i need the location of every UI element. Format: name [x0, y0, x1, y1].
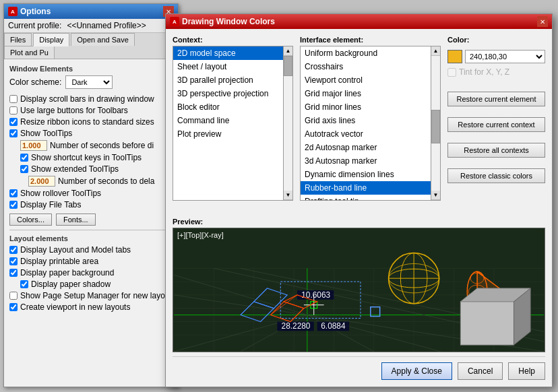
- tab-plot[interactable]: Plot and Pu: [4, 46, 55, 59]
- page-setup-checkbox[interactable]: [9, 292, 18, 300]
- create-viewport-row: Create viewport in new layouts: [9, 302, 173, 312]
- context-list[interactable]: 2D model space Sheet / layout 3D paralle…: [173, 46, 284, 201]
- seconds2-label: Number of seconds to dela: [58, 176, 154, 186]
- iface-grid-minor[interactable]: Grid minor lines: [301, 100, 431, 114]
- context-scrollbar[interactable]: ▲ ▼: [284, 46, 293, 201]
- iface-3d-autosnap[interactable]: 3d Autosnap marker: [301, 154, 431, 168]
- context-item-command[interactable]: Command line: [173, 114, 283, 127]
- iface-grid-major[interactable]: Grid major lines: [301, 87, 431, 100]
- layout-tabs-label: Display Layout and Model tabs: [20, 245, 131, 255]
- tint-checkbox-row: Tint for X, Y, Z: [447, 67, 545, 77]
- iface-rubber-band[interactable]: Rubber-band line: [301, 181, 431, 195]
- shortcut-keys-checkbox[interactable]: [20, 154, 28, 162]
- tab-display[interactable]: Display: [33, 33, 69, 46]
- context-scroll-track: [284, 56, 292, 191]
- large-buttons-label: Use large buttons for Toolbars: [20, 106, 128, 115]
- seconds2-input[interactable]: [28, 176, 55, 187]
- layout-tabs-checkbox[interactable]: [9, 246, 18, 254]
- preview-svg: 10.6063 28.2280 6.0884: [173, 228, 545, 352]
- context-column: Context: 2D model space Sheet / layout 3…: [173, 36, 293, 212]
- large-buttons-checkbox-row: Use large buttons for Toolbars: [9, 106, 173, 115]
- context-item-2d[interactable]: 2D model space: [173, 46, 283, 60]
- color-label: Color:: [447, 36, 545, 44]
- interface-scrollbar[interactable]: ▲ ▼: [431, 46, 441, 201]
- printable-area-row: Display printable area: [9, 257, 173, 266]
- restore-all-contexts-button[interactable]: Restore all contexts: [447, 143, 545, 158]
- color-scheme-dropdown[interactable]: Dark Light: [65, 75, 113, 89]
- svg-text:6.0884: 6.0884: [321, 321, 346, 331]
- colors-fonts-row: Colors... Fonts...: [9, 214, 173, 226]
- color-column: Color: 240,180,30 Tint for X, Y, Z Resto…: [447, 36, 545, 212]
- seconds1-input[interactable]: [20, 140, 47, 151]
- seconds2-row: Number of seconds to dela: [28, 176, 173, 187]
- scroll-bars-label: Display scroll bars in drawing window: [20, 94, 154, 104]
- paper-shadow-checkbox[interactable]: [20, 280, 28, 288]
- create-viewport-label: Create viewport in new layouts: [20, 302, 130, 312]
- tab-open-save[interactable]: Open and Save: [71, 33, 134, 46]
- layout-elements-title: Layout elements: [9, 234, 173, 242]
- tab-files[interactable]: Files: [4, 33, 32, 46]
- iface-uniform-bg[interactable]: Uniform background: [301, 46, 431, 60]
- file-tabs-checkbox[interactable]: [9, 201, 18, 209]
- extended-tooltips-checkbox[interactable]: [20, 165, 28, 173]
- cancel-button[interactable]: Cancel: [458, 362, 503, 380]
- restore-current-context-button[interactable]: Restore current context: [447, 117, 545, 132]
- preview-corner-label: [+][Top][X-ray]: [177, 231, 224, 239]
- color-dropdown[interactable]: 240,180,30: [465, 50, 545, 63]
- context-item-3d-parallel[interactable]: 3D parallel projection: [173, 73, 283, 87]
- page-setup-row: Show Page Setup Manager for new layo: [9, 291, 173, 300]
- iface-2d-autosnap[interactable]: 2d Autosnap marker: [301, 141, 431, 154]
- iface-autotrack[interactable]: Autotrack vector: [301, 127, 431, 141]
- rollover-checkbox[interactable]: [9, 189, 18, 197]
- apply-close-button[interactable]: Apply & Close: [381, 362, 452, 380]
- show-tooltips-checkbox[interactable]: [9, 129, 18, 137]
- color-scheme-row: Color scheme: Dark Light: [9, 75, 173, 89]
- iface-grid-axis[interactable]: Grid axis lines: [301, 114, 431, 127]
- options-title-left: A Options: [8, 7, 51, 16]
- dwc-close-button[interactable]: ✕: [537, 16, 548, 27]
- scroll-bars-checkbox[interactable]: [9, 95, 18, 103]
- context-scroll-thumb[interactable]: [284, 56, 292, 76]
- interface-list[interactable]: Uniform background Crosshairs Viewport c…: [300, 46, 431, 201]
- interface-scroll-down[interactable]: ▼: [431, 191, 440, 200]
- show-tooltips-label: Show ToolTips: [20, 129, 72, 138]
- window-elements-title: Window Elements: [9, 65, 173, 73]
- page-setup-label: Show Page Setup Manager for new layo: [20, 291, 165, 300]
- colors-button[interactable]: Colors...: [9, 214, 52, 226]
- dwc-window: A Drawing Window Colors ✕ Context: 2D mo…: [165, 13, 553, 387]
- color-dropdown-row: 240,180,30: [447, 50, 545, 63]
- interface-scroll-thumb[interactable]: [431, 110, 440, 143]
- help-button[interactable]: Help: [508, 362, 545, 380]
- iface-dynamic-dim[interactable]: Dynamic dimension lines: [301, 168, 431, 181]
- iface-viewport[interactable]: Viewport control: [301, 73, 431, 87]
- iface-crosshairs[interactable]: Crosshairs: [301, 60, 431, 73]
- color-swatch: [447, 50, 462, 63]
- context-item-3d-perspective[interactable]: 3D perspective projection: [173, 87, 283, 100]
- scroll-bars-checkbox-row: Display scroll bars in drawing window: [9, 94, 173, 104]
- dwc-body: Context: 2D model space Sheet / layout 3…: [166, 29, 552, 387]
- context-scroll-up[interactable]: ▲: [284, 46, 292, 56]
- resize-ribbon-checkbox[interactable]: [9, 118, 18, 126]
- restore-classic-colors-button[interactable]: Restore classic colors: [447, 168, 545, 183]
- context-label: Context:: [173, 36, 293, 44]
- dwc-top-row: Context: 2D model space Sheet / layout 3…: [173, 36, 545, 212]
- create-viewport-checkbox[interactable]: [9, 303, 18, 311]
- file-tabs-row: Display File Tabs: [9, 200, 173, 209]
- svg-text:28.2280: 28.2280: [282, 321, 311, 331]
- fonts-button[interactable]: Fonts...: [56, 214, 96, 226]
- context-item-sheet[interactable]: Sheet / layout: [173, 60, 283, 73]
- printable-area-checkbox[interactable]: [9, 257, 18, 265]
- show-tooltips-checkbox-row: Show ToolTips: [9, 129, 173, 138]
- context-item-plot[interactable]: Plot preview: [173, 127, 283, 141]
- options-content: Window Elements Color scheme: Dark Light…: [4, 59, 178, 319]
- restore-current-element-button[interactable]: Restore current element: [447, 92, 545, 106]
- context-scroll-down[interactable]: ▼: [284, 191, 292, 200]
- preview-canvas: [+][Top][X-ray]: [173, 228, 545, 352]
- context-item-block[interactable]: Block editor: [173, 100, 283, 114]
- paper-background-checkbox[interactable]: [9, 269, 18, 277]
- large-buttons-checkbox[interactable]: [9, 106, 18, 115]
- interface-scroll-up[interactable]: ▲: [431, 46, 440, 56]
- iface-drafting-tip[interactable]: Drafting tool tip: [301, 195, 431, 201]
- extended-tooltips-label: Show extended ToolTips: [31, 164, 119, 174]
- dwc-title-text: Drawing Window Colors: [182, 17, 275, 26]
